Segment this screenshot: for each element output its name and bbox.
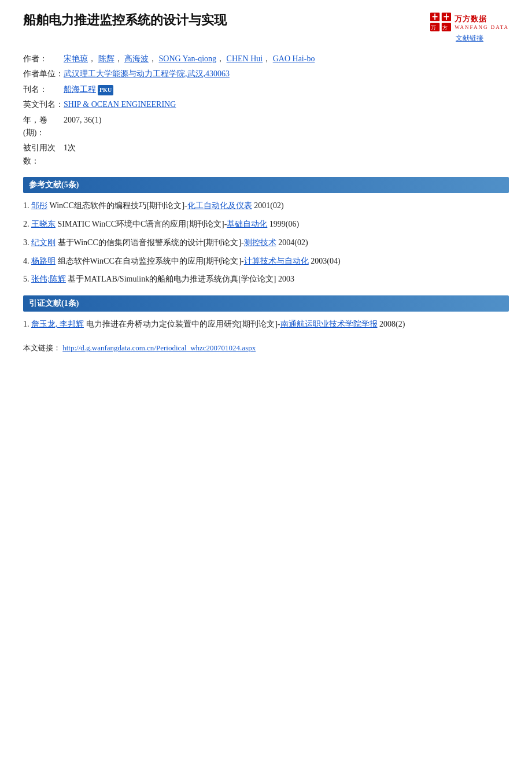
ref-year-5: 2003 [276, 275, 295, 283]
journal-cn-value: 船海工程PKU [64, 83, 113, 96]
ref-year-1: 2001(02) [252, 201, 284, 210]
year-row: 年，卷(期)： 2007, 36(1) [23, 114, 509, 140]
ref-journal-1[interactable]: 化工自动化及仪表 [187, 201, 252, 210]
cite-title-1: 电力推进在舟桥动力定位装置中的应用研究[期刊论文]- [84, 320, 280, 328]
ref-title-2: SIMATIC WinCC环境中C语言的应用[期刊论文]- [56, 220, 227, 228]
ref-title-3: 基于WinCC的信集闭语音报警系统的设计[期刊论文]- [56, 238, 244, 247]
citations-section-header: 引证文献(1条) [23, 295, 509, 312]
author-en-1[interactable]: SONG Yan-qiong [159, 54, 217, 63]
ref-item-4: 4. 杨路明 组态软件WinCC在自动监控系统中的应用[期刊论文]-计算技术与自… [23, 254, 509, 268]
references-section-header: 参考文献(5条) [23, 177, 509, 193]
article-link-url[interactable]: http://d.g.wanfangdata.com.cn/Periodical… [62, 343, 256, 352]
affiliation-row: 作者单位： 武汉理工大学能源与动力工程学院,武汉,430063 [23, 68, 509, 80]
cite-row: 被引用次数： 1次 [23, 142, 509, 168]
ref-year-4: 2003(04) [309, 257, 341, 265]
cite-year-1: 2008(2) [378, 320, 405, 328]
cite-item-1: 1. 詹玉龙, 李邦辉 电力推进在舟桥动力定位装置中的应用研究[期刊论文]-南通… [23, 317, 509, 331]
logo-text-area: 万方数据 WANFANG DATA [455, 14, 509, 30]
cite-value: 1次 [64, 142, 76, 168]
ref-item-5: 5. 张伟;陈辉 基于MATLAB/Simulink的船舶电力推进系统仿真[学位… [23, 272, 509, 286]
page-header: 船舶电力推进监控系统的设计与实现 万 方 万方数据 WANFANG DATA 文… [23, 12, 509, 43]
journal-cn-label: 刊名： [23, 83, 64, 96]
author-value: 宋艳琼， 陈辉， 高海波， SONG Yan-qiong， CHEN Hui， … [64, 53, 315, 65]
ref-author-4[interactable]: 杨路明 [31, 257, 56, 265]
pku-badge: PKU [98, 85, 113, 95]
ref-author-3[interactable]: 纪文刚 [31, 238, 56, 247]
journal-en-label: 英文刊名： [23, 98, 64, 111]
article-link-row: 本文链接： http://d.g.wanfangdata.com.cn/Peri… [23, 343, 509, 353]
ref-num-1: 1. [23, 201, 31, 210]
author-row: 作者： 宋艳琼， 陈辉， 高海波， SONG Yan-qiong， CHEN H… [23, 53, 509, 65]
logo-link[interactable]: 文献链接 [456, 34, 483, 43]
ref-title-1: WinCC组态软件的编程技巧[期刊论文]- [47, 201, 187, 210]
author-cn-2[interactable]: 陈辉 [98, 54, 114, 63]
affiliation-value: 武汉理工大学能源与动力工程学院,武汉,430063 [64, 68, 230, 80]
year-label: 年，卷(期)： [23, 114, 64, 140]
logo-area: 万 方 万方数据 WANFANG DATA 文献链接 [430, 12, 509, 43]
author-cn-3[interactable]: 高海波 [124, 54, 149, 63]
svg-text:万: 万 [431, 25, 436, 31]
wanfang-logo-icon: 万 方 [430, 12, 451, 32]
ref-item-3: 3. 纪文刚 基于WinCC的信集闭语音报警系统的设计[期刊论文]-测控技术 2… [23, 236, 509, 250]
journal-cn-link[interactable]: 船海工程 [64, 85, 96, 94]
ref-journal-3[interactable]: 测控技术 [244, 238, 276, 247]
ref-item-1: 1. 邹彤 WinCC组态软件的编程技巧[期刊论文]-化工自动化及仪表 2001… [23, 199, 509, 213]
ref-journal-2[interactable]: 基础自动化 [227, 220, 267, 228]
author-en-3[interactable]: GAO Hai-bo [273, 54, 315, 63]
cite-num-1: 1. [23, 320, 31, 328]
ref-author-5[interactable]: 张伟;陈辉 [31, 275, 66, 283]
citations-list: 1. 詹玉龙, 李邦辉 电力推进在舟桥动力定位装置中的应用研究[期刊论文]-南通… [23, 317, 509, 331]
cite-author-1[interactable]: 詹玉龙, 李邦辉 [31, 320, 84, 328]
ref-num-4: 4. [23, 257, 31, 265]
ref-author-2[interactable]: 王晓东 [31, 220, 56, 228]
article-link-label: 本文链接： [23, 343, 61, 352]
ref-title-5: 基于MATLAB/Simulink的船舶电力推进系统仿真[学位论文] [66, 275, 276, 283]
author-label: 作者： [23, 53, 64, 65]
page-title: 船舶电力推进监控系统的设计与实现 [23, 12, 419, 29]
affiliation-label: 作者单位： [23, 68, 64, 80]
journal-cn-row: 刊名： 船海工程PKU [23, 83, 509, 96]
year-value: 2007, 36(1) [64, 114, 101, 140]
journal-en-link[interactable]: SHIP & OCEAN ENGINEERING [64, 100, 176, 109]
ref-year-2: 1999(06) [267, 220, 299, 228]
svg-text:方: 方 [442, 25, 448, 31]
ref-author-1[interactable]: 邹彤 [31, 201, 47, 210]
cite-label: 被引用次数： [23, 142, 64, 168]
references-list: 1. 邹彤 WinCC组态软件的编程技巧[期刊论文]-化工自动化及仪表 2001… [23, 199, 509, 286]
journal-en-value: SHIP & OCEAN ENGINEERING [64, 98, 176, 111]
author-en-2[interactable]: CHEN Hui [227, 54, 263, 63]
ref-num-3: 3. [23, 238, 31, 247]
metadata-section: 作者： 宋艳琼， 陈辉， 高海波， SONG Yan-qiong， CHEN H… [23, 53, 509, 168]
ref-item-2: 2. 王晓东 SIMATIC WinCC环境中C语言的应用[期刊论文]-基础自动… [23, 217, 509, 231]
ref-journal-4[interactable]: 计算技术与自动化 [244, 257, 309, 265]
ref-num-5: 5. [23, 275, 31, 283]
ref-title-4: 组态软件WinCC在自动监控系统中的应用[期刊论文]- [56, 257, 244, 265]
logo-brand-en: WANFANG DATA [455, 24, 509, 30]
logo-box: 万 方 万方数据 WANFANG DATA [430, 12, 509, 32]
author-cn-1[interactable]: 宋艳琼 [64, 54, 88, 63]
logo-brand-cn: 万方数据 [455, 14, 509, 24]
ref-num-2: 2. [23, 220, 31, 228]
journal-en-row: 英文刊名： SHIP & OCEAN ENGINEERING [23, 98, 509, 111]
ref-year-3: 2004(02) [276, 238, 308, 247]
affiliation-link[interactable]: 武汉理工大学能源与动力工程学院,武汉,430063 [64, 69, 230, 78]
cite-journal-1[interactable]: 南通航运职业技术学院学报 [280, 320, 378, 328]
